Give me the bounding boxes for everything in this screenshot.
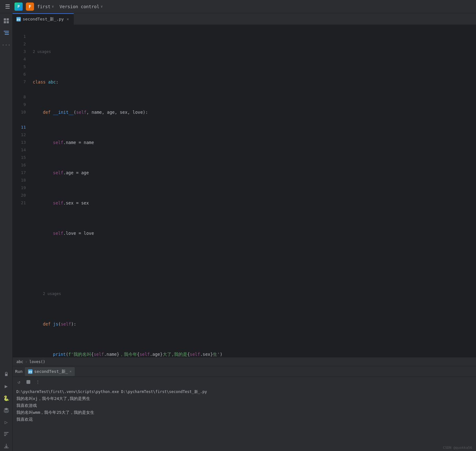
code-line-4: self.age = age	[33, 169, 476, 176]
run-tab-close[interactable]: ×	[69, 369, 72, 373]
sidebar-icon-structure[interactable]	[1, 28, 11, 38]
left-sidebar: ··· ▶ 🐍 ▷	[0, 13, 13, 451]
svg-rect-0	[4, 18, 6, 20]
main-layout: ··· ▶ 🐍 ▷ py secondTest_新_.py ×	[0, 13, 476, 451]
output-line: 我的名叫xj，我今年24大了,我的是男生	[16, 395, 472, 402]
sidebar-icon-run-bottom[interactable]: ▷	[1, 417, 11, 427]
editor-area: py secondTest_新_.py × 0 1 2 3 4 5 6 7 0 …	[13, 13, 476, 451]
code-line-1: class abc:	[33, 78, 476, 86]
output-line: 我喜欢花	[16, 416, 472, 423]
svg-rect-11	[4, 448, 9, 448]
output-line: 我喜欢游戏	[16, 402, 472, 409]
editor-tab-active[interactable]: py secondTest_新_.py ×	[13, 13, 74, 25]
code-line-5: self.sex = sex	[33, 199, 476, 207]
svg-rect-6	[5, 34, 9, 35]
run-label: Run	[15, 369, 22, 374]
bottom-toolbar: ↺ ⋮	[13, 377, 476, 387]
version-control-button[interactable]: Version control ∨	[60, 4, 103, 9]
svg-rect-8	[4, 432, 9, 433]
sidebar-icon-dots[interactable]: ···	[1, 40, 11, 50]
code-line-9: print(f'我的名叫{self.name}，我今年{self.age}大了,…	[33, 350, 476, 357]
svg-rect-3	[7, 21, 9, 23]
bottom-tab-run[interactable]: py secondTest_新_ ×	[25, 367, 75, 376]
python-file-icon: py	[16, 17, 21, 21]
output-line: 我的名叫wmm，我今年25大了，我的是女生	[16, 409, 472, 416]
tab-bar: py secondTest_新_.py ×	[13, 13, 476, 25]
project-chevron: ∨	[52, 4, 54, 9]
code-line-3: self.name = name	[33, 139, 476, 146]
tab-close-button[interactable]: ×	[66, 17, 70, 22]
output-command: D:\pycharmTest\first\.venv\Scripts\pytho…	[16, 388, 472, 395]
toolbar-more-button[interactable]: ⋮	[34, 378, 42, 386]
project-badge: F	[26, 3, 34, 11]
sidebar-icon-lock[interactable]	[1, 369, 11, 379]
code-line-6: self.love = love	[33, 229, 476, 237]
toolbar-stop-button[interactable]	[25, 378, 32, 386]
tab-label: secondTest_新_.py	[23, 16, 64, 22]
sidebar-icon-layers[interactable]	[1, 405, 11, 415]
sidebar-icon-project[interactable]	[1, 16, 11, 26]
breadcrumb-bar: abc › loves()	[13, 357, 476, 366]
code-line-8: def js(self):	[33, 320, 476, 328]
output-lines: 我的名叫xj，我今年24大了,我的是男生我喜欢游戏我的名叫wmm，我今年25大了…	[16, 395, 472, 423]
run-tab-label: secondTest_新_	[34, 369, 68, 374]
code-line-7	[33, 260, 476, 267]
titlebar: ☰ P F first ∨ Version control ∨	[0, 0, 476, 13]
code-lines: 2 usages class abc: def __init__(self, n…	[29, 25, 476, 357]
stop-icon	[26, 380, 30, 384]
bottom-panel: Run py secondTest_新_ × ↺ ⋮ D:\pycharmTes…	[13, 366, 476, 451]
bottom-output: D:\pycharmTest\first\.venv\Scripts\pytho…	[13, 387, 476, 444]
svg-rect-2	[4, 21, 6, 23]
sidebar-icon-python[interactable]: 🐍	[1, 393, 11, 403]
svg-rect-4	[4, 31, 9, 32]
watermark: CSDN @quokka56	[13, 444, 476, 451]
svg-rect-9	[4, 434, 7, 434]
svg-rect-10	[4, 435, 6, 436]
code-editor[interactable]: 0 1 2 3 4 5 6 7 0 8 9 10 0 11 12 13 14	[13, 25, 476, 357]
code-content: 0 1 2 3 4 5 6 7 0 8 9 10 0 11 12 13 14	[13, 25, 476, 357]
breadcrumb-separator: ›	[25, 360, 27, 364]
line-numbers: 0 1 2 3 4 5 6 7 0 8 9 10 0 11 12 13 14	[13, 25, 29, 357]
toolbar-rerun-button[interactable]: ↺	[15, 378, 23, 386]
menu-icon[interactable]: ☰	[4, 2, 11, 11]
svg-rect-5	[5, 32, 9, 33]
sidebar-icon-sort[interactable]	[1, 429, 11, 439]
usage-hint-1: 2 usages	[33, 48, 476, 55]
project-name-button[interactable]: first ∨	[37, 4, 54, 9]
bottom-tab-bar: Run py secondTest_新_ ×	[13, 366, 476, 377]
sidebar-icon-play[interactable]: ▶	[1, 381, 11, 391]
code-line-2: def __init__(self, name, age, sex, love)…	[33, 108, 476, 116]
version-control-chevron: ∨	[101, 4, 103, 9]
sidebar-icon-download[interactable]	[1, 441, 11, 451]
svg-rect-1	[7, 18, 9, 20]
usage-hint-2: 2 usages	[33, 290, 476, 298]
app-icon: P	[15, 3, 23, 11]
breadcrumb-method[interactable]: loves()	[29, 360, 45, 364]
svg-rect-7	[5, 374, 8, 376]
breadcrumb-class[interactable]: abc	[16, 360, 23, 364]
run-tab-py-icon: py	[28, 369, 32, 374]
